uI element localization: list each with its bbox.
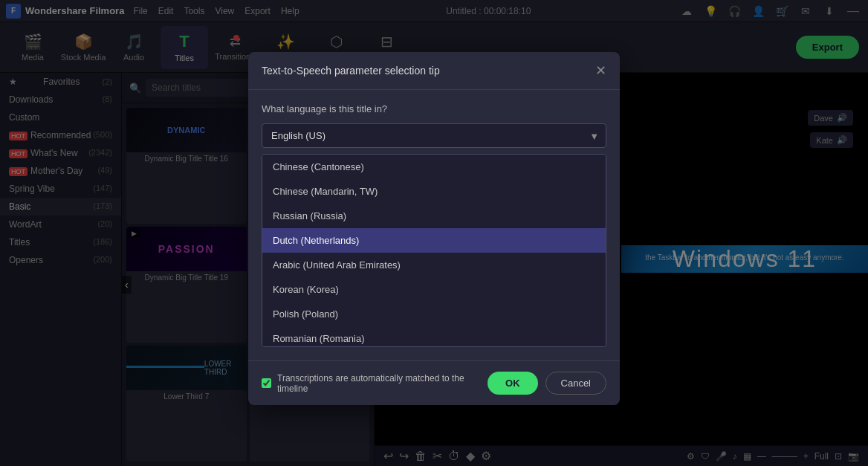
modal-body: What language is this title in? English … — [248, 90, 620, 360]
dropdown-item-korean[interactable]: Korean (Korea) — [262, 277, 606, 302]
transcription-checkbox[interactable] — [262, 378, 271, 388]
modal-header: Text-to-Speech parameter selection tip ✕ — [248, 52, 620, 90]
modal-title: Text-to-Speech parameter selection tip — [262, 65, 440, 77]
tts-modal: Text-to-Speech parameter selection tip ✕… — [248, 52, 620, 405]
dropdown-item-polish[interactable]: Polish (Poland) — [262, 302, 606, 326]
ok-button[interactable]: OK — [488, 372, 538, 395]
dropdown-item-russian[interactable]: Russian (Russia) — [262, 204, 606, 228]
language-dropdown[interactable]: English (US) — [262, 123, 606, 148]
dropdown-item-dutch[interactable]: Dutch (Netherlands) — [262, 228, 606, 253]
dropdown-item-romanian[interactable]: Romanian (Romania) — [262, 326, 606, 347]
dropdown-item-arabic[interactable]: Arabic (United Arab Emirates) — [262, 253, 606, 277]
modal-actions: OK Cancel — [488, 372, 606, 395]
modal-footer: Transcriptions are automatically matched… — [248, 360, 620, 405]
language-dropdown-container: English (US) ▼ — [262, 123, 606, 148]
dropdown-item-cantonese[interactable]: Chinese (Cantonese) — [262, 155, 606, 179]
transcription-label-text: Transcriptions are automatically matched… — [277, 373, 488, 394]
dropdown-item-mandarin-tw[interactable]: Chinese (Mandarin, TW) — [262, 179, 606, 204]
cancel-button[interactable]: Cancel — [545, 372, 606, 395]
modal-question: What language is this title in? — [262, 103, 606, 114]
modal-close-button[interactable]: ✕ — [595, 62, 606, 79]
transcription-checkbox-label[interactable]: Transcriptions are automatically matched… — [262, 373, 488, 394]
modal-overlay: Text-to-Speech parameter selection tip ✕… — [0, 0, 868, 466]
language-dropdown-list[interactable]: Chinese (Cantonese) Chinese (Mandarin, T… — [262, 154, 606, 347]
